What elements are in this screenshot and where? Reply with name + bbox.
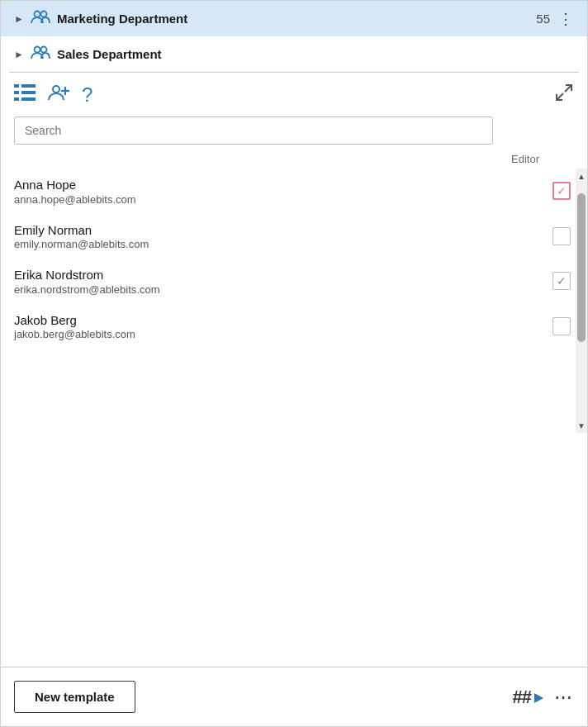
user-row: Emily Norman emily.norman@ablebits.com [14, 214, 587, 259]
search-container [1, 116, 587, 145]
dept-row-marketing[interactable]: ► Marketing Department 55 ⋮ [1, 1, 587, 36]
user-name: Erika Nordstrom [14, 267, 552, 283]
user-list-wrapper: Anna Hope anna.hope@ablebits.com ✓ Emily… [1, 169, 587, 433]
svg-marker-15 [534, 693, 543, 703]
chevron-right-icon: ► [14, 49, 24, 60]
dept-marketing-more-icon[interactable]: ⋮ [558, 10, 574, 28]
user-checkbox-jakob[interactable] [552, 317, 571, 335]
svg-point-0 [34, 12, 40, 17]
user-row: Anna Hope anna.hope@ablebits.com ✓ [14, 169, 587, 214]
user-info-erika: Erika Nordstrom erika.nordstrom@ablebits… [14, 267, 552, 296]
checkmark-icon: ✓ [557, 275, 567, 287]
user-list: Anna Hope anna.hope@ablebits.com ✓ Emily… [1, 169, 587, 349]
user-info-jakob: Jakob Berg jakob.berg@ablebits.com [14, 312, 552, 341]
svg-rect-6 [14, 97, 19, 101]
dept-marketing-name: Marketing Department [57, 12, 536, 26]
svg-rect-8 [21, 91, 36, 94]
add-people-icon[interactable] [47, 83, 70, 107]
user-name: Anna Hope [14, 177, 552, 193]
user-email: erika.nordstrom@ablebits.com [14, 283, 552, 296]
user-name: Jakob Berg [14, 312, 552, 329]
user-info-anna: Anna Hope anna.hope@ablebits.com [14, 177, 552, 206]
user-row: Erika Nordstrom erika.nordstrom@ablebits… [14, 259, 587, 304]
help-icon[interactable]: ? [82, 83, 92, 107]
user-checkbox-erika[interactable]: ✓ [552, 272, 571, 290]
checkmark-icon: ✓ [557, 185, 567, 197]
expand-icon[interactable] [554, 83, 574, 107]
svg-point-2 [34, 47, 40, 53]
hash-symbol: ## [513, 688, 531, 706]
user-row: Jakob Berg jakob.berg@ablebits.com [14, 304, 587, 349]
svg-rect-7 [21, 84, 36, 88]
people-group-icon [31, 9, 50, 28]
svg-point-10 [53, 86, 59, 93]
user-email: emily.norman@ablebits.com [14, 238, 552, 250]
user-name: Emily Norman [14, 222, 552, 239]
svg-rect-9 [21, 97, 36, 101]
list-view-icon[interactable] [14, 83, 36, 107]
svg-line-14 [557, 93, 563, 100]
scrollbar-thumb[interactable] [577, 193, 586, 342]
svg-rect-4 [14, 84, 19, 88]
more-options-icon[interactable]: ⋯ [554, 687, 574, 708]
user-checkbox-anna[interactable]: ✓ [552, 182, 571, 200]
search-input[interactable] [14, 116, 493, 145]
scroll-up-button[interactable]: ▲ [576, 169, 587, 183]
user-checkbox-emily[interactable] [552, 227, 571, 245]
chevron-right-icon: ► [14, 13, 24, 25]
user-info-emily: Emily Norman emily.norman@ablebits.com [14, 222, 552, 251]
dept-sales-name: Sales Department [57, 47, 574, 61]
bottom-bar: New template ## ⋯ [1, 667, 587, 726]
people-group-icon [31, 45, 50, 64]
dept-row-sales[interactable]: ► Sales Department [1, 36, 587, 72]
svg-line-13 [565, 85, 571, 92]
scroll-down-button[interactable]: ▼ [576, 418, 587, 433]
user-email: anna.hope@ablebits.com [14, 193, 552, 206]
svg-point-3 [40, 47, 46, 53]
svg-rect-5 [14, 91, 19, 94]
scrollbar-track: ▲ ▼ [576, 169, 587, 433]
toolbar: ? [1, 73, 587, 116]
hash-play-icon[interactable]: ## [513, 688, 544, 706]
user-list-header: Editor [1, 150, 562, 169]
svg-point-1 [40, 12, 46, 17]
dept-marketing-count: 55 [536, 12, 550, 26]
editor-column-label: Editor [511, 153, 549, 165]
new-template-button[interactable]: New template [14, 681, 135, 713]
user-email: jakob.berg@ablebits.com [14, 328, 552, 340]
